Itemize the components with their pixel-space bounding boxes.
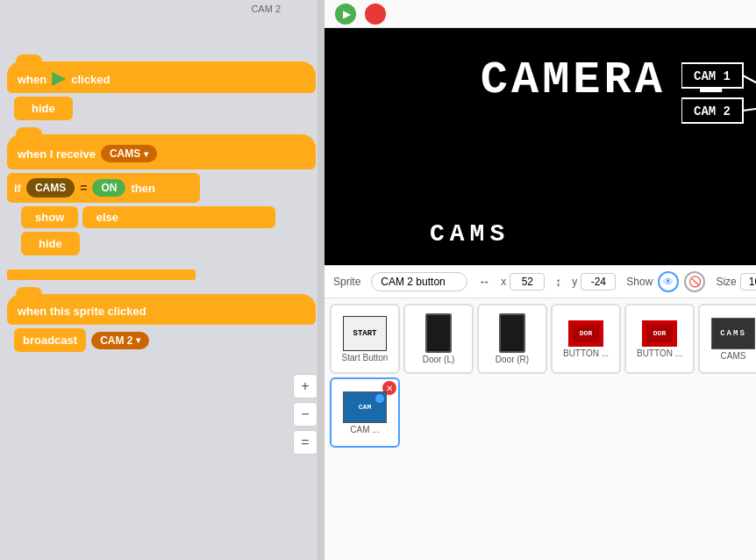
sprite-thumb-button-red-1[interactable]: DOR BUTTON ... <box>551 304 621 374</box>
size-input[interactable] <box>740 273 756 291</box>
then-text: then <box>131 182 154 195</box>
when-receive-group: when I receive CAMS ▾ if CAMS = ON <box>7 134 316 255</box>
sprite-thumb-cams[interactable]: CAMS CAMS <box>698 304 756 374</box>
cams-variable-pill[interactable]: CAMS <box>26 178 75 197</box>
size-group: Size <box>716 273 756 291</box>
clicked-text: clicked <box>71 73 110 86</box>
stop-button[interactable] <box>365 4 386 25</box>
hide-eye-button[interactable]: 🚫 <box>684 271 705 292</box>
sprite-label-door-r: Door (R) <box>496 355 529 364</box>
sprite-label-cam-selected: CAM ... <box>350 425 379 434</box>
green-flag-icon <box>52 72 66 86</box>
y-input[interactable] <box>581 273 616 291</box>
on-toggle[interactable]: ON <box>92 179 125 197</box>
cam-diagram: CAM 1 CAM 2 YOU <box>681 54 756 160</box>
sprite-label-cams: CAMS <box>721 351 746 361</box>
stage-column: CAMERA 1 CAM 1 CAM 2 YOU <box>325 28 756 560</box>
broadcast-block[interactable]: broadcast <box>14 328 86 352</box>
when-flag-clicked-block[interactable]: when clicked <box>7 61 316 93</box>
svg-text:CAM 2: CAM 2 <box>694 104 731 118</box>
sprite-thumb-button-red-2[interactable]: DOR BUTTON ... <box>624 304 695 374</box>
if-block[interactable]: if CAMS = ON then <box>7 173 200 203</box>
sprite-label-door-l: Door (L) <box>423 355 455 364</box>
x-label: x <box>501 276 506 288</box>
top-controls: ⊟ ⊞ ⤢ <box>325 0 756 28</box>
x-input[interactable] <box>510 273 545 291</box>
closing-block <box>7 269 196 280</box>
sprite-thumb-door-l[interactable]: Door (L) <box>403 304 474 374</box>
hide-block-2[interactable]: hide <box>21 232 80 255</box>
sprite-clicked-block[interactable]: when this sprite clicked <box>7 294 316 325</box>
sprite-thumb-start[interactable]: START Start Button <box>330 304 400 374</box>
updown-icon: ↕ <box>555 275 561 289</box>
when-receive-block[interactable]: when I receive CAMS ▾ <box>7 134 316 169</box>
when-sprite-clicked-text: when this sprite clicked <box>18 305 146 318</box>
cams-receive-dropdown[interactable]: CAMS ▾ <box>101 145 157 162</box>
cam2-broadcast-dropdown[interactable]: CAM 2 ▾ <box>91 332 149 349</box>
svg-line-6 <box>743 75 756 90</box>
show-section: Show 👁 🚫 <box>626 271 705 292</box>
sprite-text-label: Sprite <box>333 276 360 288</box>
sprite-label-button-red-1: BUTTON ... <box>563 348 609 358</box>
hide-block-1[interactable]: hide <box>14 97 73 120</box>
if-container: if CAMS = ON then show else hide <box>7 173 316 255</box>
zoom-out-button[interactable]: − <box>293 402 317 427</box>
x-coord-group: x <box>501 273 545 291</box>
arrows-icon: ↔ <box>478 275 490 289</box>
show-block[interactable]: show <box>21 206 78 228</box>
zoom-controls: + − = <box>293 374 317 455</box>
svg-text:CAM 1: CAM 1 <box>694 69 731 83</box>
svg-line-7 <box>743 107 756 111</box>
y-coord-group: y <box>572 273 616 291</box>
sprite-clicked-group: when this sprite clicked broadcast CAM 2… <box>7 294 316 352</box>
sprite-thumb-door-r[interactable]: Door (R) <box>477 304 547 374</box>
show-eye-button[interactable]: 👁 <box>658 271 679 292</box>
cam2-dropdown-arrow: ▾ <box>136 335 140 345</box>
right-panel: ⊟ ⊞ ⤢ CAMERA 1 CAM 1 <box>325 0 756 560</box>
sprite-name-input[interactable] <box>371 272 467 291</box>
sprite-info-bar: Sprite ↔ x ↕ y Show 👁 <box>325 265 756 298</box>
when-text: when <box>18 73 46 86</box>
sprites-grid: START Start Button Door (L) Door (R) <box>325 298 756 453</box>
broadcast-row: broadcast CAM 2 ▾ <box>14 328 316 352</box>
show-label: Show <box>626 276 653 288</box>
dropdown-arrow: ▾ <box>144 149 148 159</box>
sprite-thumb-cam-selected[interactable]: ✕ CAM CAM ... <box>330 377 400 448</box>
stage-canvas: CAMERA 1 CAM 1 CAM 2 YOU <box>325 28 756 265</box>
zoom-fit-button[interactable]: = <box>293 430 317 455</box>
y-label: y <box>572 276 577 288</box>
equals-sign: = <box>80 181 87 195</box>
green-flag-button[interactable] <box>335 4 356 25</box>
size-label: Size <box>716 276 736 288</box>
sprite-label-button-red-2: BUTTON ... <box>637 348 682 358</box>
cams-label: CAMS <box>430 220 510 248</box>
sprites-section: START Start Button Door (L) Door (R) <box>325 298 756 560</box>
zoom-in-button[interactable]: + <box>293 374 317 398</box>
code-panel: CAM 2 when clicked hide when I receive C… <box>0 0 325 560</box>
else-block[interactable]: else <box>82 206 275 228</box>
when-i-receive-text: when I receive <box>18 147 96 161</box>
when-flag-clicked-group: when clicked hide <box>7 61 316 120</box>
stage-and-sprites: CAMERA 1 CAM 1 CAM 2 YOU <box>325 28 756 560</box>
sprite-label-start: Start Button <box>342 353 389 363</box>
